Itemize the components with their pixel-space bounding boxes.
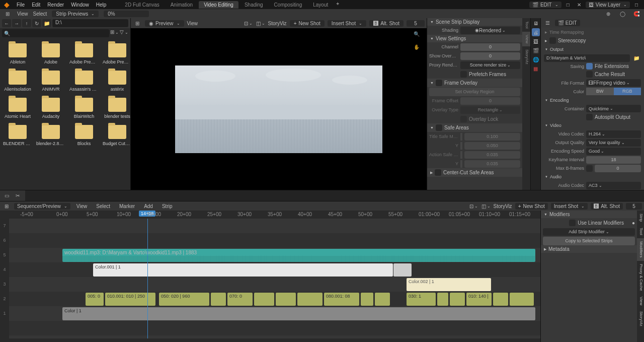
nav-fwd-button[interactable]: → — [12, 19, 21, 27]
overlay-type-dropdown[interactable]: Rectangle — [460, 106, 520, 114]
max-bframes-field[interactable]: 0 — [595, 165, 641, 172]
playhead[interactable] — [147, 219, 148, 338]
frame-overlay-header[interactable]: Frame Overlay — [427, 79, 522, 87]
timeline[interactable]: 14+08 -5+000+005+0010+0015+0020+0025+003… — [0, 211, 540, 342]
folder-item[interactable]: ANIMVR — [35, 69, 66, 94]
scene-strip[interactable] — [361, 293, 373, 306]
workspace-tab[interactable]: Animation — [166, 1, 198, 9]
centercut-header[interactable]: Center-Cut Safe Areas — [427, 168, 522, 177]
folder-item[interactable]: Assassin's Cr... — [68, 69, 100, 94]
seq-menu-view[interactable]: View — [73, 203, 91, 209]
seq-overlay-icon[interactable]: ◫ — [481, 202, 491, 210]
modifiers-header[interactable]: Modifiers — [541, 211, 637, 218]
folder-item[interactable]: BLENDER TU... — [2, 123, 33, 148]
seq-mode-dropdown[interactable]: Sequencer/Preview — [14, 203, 70, 210]
seq-menu-select[interactable]: Select — [93, 203, 113, 209]
workspace-tab[interactable]: Compositing — [269, 1, 307, 9]
viewlayer-selector[interactable]: 🖼 View Layer — [586, 2, 630, 8]
nav-up-button[interactable]: ↑ — [22, 19, 31, 27]
add-workspace-button[interactable]: + — [334, 1, 341, 9]
folder-item[interactable]: blender tests — [102, 96, 130, 121]
add-modifier-dropdown[interactable]: Add Strip Modifier — [543, 228, 635, 236]
scene-strip[interactable]: 030: 1 — [407, 293, 436, 306]
rgb-button[interactable]: RGB — [614, 88, 641, 95]
shading-dropdown[interactable]: ◉ Rendered — [460, 27, 520, 34]
side-tab-storyviz[interactable]: StoryViz — [522, 46, 530, 67]
workspace-tab-active[interactable]: Video Editing — [199, 1, 238, 9]
copy-modifiers-button[interactable]: Copy to Selected Strips — [543, 237, 635, 245]
time-remapping-header[interactable]: Time Remapping — [541, 28, 644, 36]
scene-strip[interactable] — [276, 293, 296, 306]
scene-strip[interactable]: 070: 0 — [227, 293, 253, 306]
folder-item[interactable]: Adobe Premie... — [102, 41, 130, 66]
color-strip-002[interactable]: Color.002 | 1 — [407, 278, 491, 291]
vp-menu-view[interactable]: View — [187, 21, 198, 26]
app-logo-icon[interactable]: ◆ — [3, 1, 13, 9]
seq-blade-tool-icon[interactable]: ✂ — [13, 192, 22, 200]
scene-strip[interactable]: 050: 020 | 960 — [159, 293, 209, 306]
scene-strip[interactable]: 005: 0 — [86, 293, 104, 306]
metadata-header[interactable]: Metadata — [541, 245, 637, 253]
folder-item[interactable]: AlienIsolation — [2, 69, 33, 94]
pan-icon[interactable]: ✋ — [414, 44, 424, 54]
scene-strip[interactable]: 010: 140 | — [466, 293, 492, 306]
prop-tab-world-icon[interactable]: 🌐 — [532, 55, 540, 63]
nav-back-button[interactable]: ← — [2, 19, 11, 27]
seq-menu-marker[interactable]: Marker — [116, 203, 138, 209]
file-ext-checkbox[interactable] — [586, 63, 593, 70]
folder-item[interactable]: Ableton — [2, 41, 33, 66]
seq-menu-add[interactable]: Add — [141, 203, 156, 209]
menu-render[interactable]: Render — [44, 2, 67, 8]
max-bframes-checkbox[interactable] — [586, 165, 593, 172]
overlay-dropdown[interactable]: ◫ — [256, 19, 265, 27]
strip-previews-dropdown[interactable]: Strip Previews — [52, 11, 99, 17]
safe-areas-checkbox[interactable] — [436, 124, 442, 131]
preview-canvas[interactable]: 🔍 ✋ — [131, 28, 427, 190]
snap-icon[interactable]: 🧲 — [632, 10, 641, 18]
new-shot-button[interactable]: + New Shot — [290, 20, 325, 27]
output-path-browse-icon[interactable]: 📁 — [632, 54, 641, 62]
color-strip-base[interactable]: Color | 1 — [62, 307, 535, 320]
action-safe-x-field[interactable]: 0.035 — [464, 151, 520, 159]
toolbar-select[interactable]: Select — [33, 11, 47, 17]
scene-strip[interactable] — [450, 293, 465, 306]
prop-tab-viewlayer-icon[interactable]: 🖼 — [532, 37, 540, 45]
seq-side-modifiers[interactable]: Modifiers — [637, 238, 644, 260]
prefetch-checkbox[interactable] — [460, 71, 467, 78]
insert-shot-button[interactable]: Insert Shot — [328, 20, 366, 27]
output-path-field[interactable]: D:\Maryam & Varto\ — [544, 54, 630, 62]
menu-edit[interactable]: Edit — [28, 2, 44, 8]
folder-item[interactable]: Adobe Premie... — [68, 41, 100, 66]
seq-alt-shot-button[interactable]: 🅱 Alt. Shot — [591, 203, 623, 210]
seq-insert-shot-button[interactable]: Insert Shot — [551, 203, 588, 210]
audio-codec-dropdown[interactable]: AC3 — [586, 182, 641, 189]
side-tab-view[interactable]: View — [522, 32, 530, 46]
workspace-tab[interactable]: Layout — [308, 1, 333, 9]
seq-side-tool[interactable]: Tool — [637, 225, 644, 238]
folder-item[interactable]: astérix — [102, 69, 130, 94]
container-dropdown[interactable]: Quicktime — [586, 105, 641, 112]
side-tab-tool[interactable]: Tool — [522, 18, 530, 32]
scene-new-button[interactable]: □ — [564, 1, 573, 9]
workspace-tab[interactable]: Shading — [239, 1, 268, 9]
color-strip-001[interactable]: Color.001 | 1 — [93, 263, 393, 277]
nav-newfolder-button[interactable]: 📁 — [42, 19, 51, 27]
timeline-hscrollbar[interactable] — [0, 338, 540, 342]
view-gizmo-icon[interactable]: ⊕ — [604, 10, 613, 18]
folder-item[interactable]: BlairWitch — [68, 96, 100, 121]
frame-offset-field[interactable]: 0 — [460, 97, 520, 105]
audio-strip[interactable]: woodkid11.mp3: D:\Maryam & Varto\woodkid… — [62, 249, 535, 262]
folder-item[interactable]: Blocks — [68, 123, 100, 148]
set-overlay-region-button[interactable]: Set Overlay Region — [429, 88, 520, 96]
file-format-dropdown[interactable]: 🎞 FFmpeg video — [586, 79, 641, 87]
menu-file[interactable]: File — [13, 2, 28, 8]
editor-type-icon[interactable]: ⊞ — [133, 19, 142, 27]
action-safe-y-field[interactable]: 0.035 — [464, 160, 520, 168]
title-safe-x-field[interactable]: 0.100 — [464, 133, 520, 141]
prop-tab-texture-icon[interactable]: ▦ — [532, 64, 540, 73]
cache-result-checkbox[interactable] — [586, 71, 593, 78]
keyframe-interval-field[interactable]: 18 — [586, 156, 641, 164]
folder-item[interactable]: Atomic Heart — [2, 96, 33, 121]
autosplit-checkbox[interactable] — [586, 114, 593, 120]
scene-strip[interactable] — [375, 293, 390, 306]
